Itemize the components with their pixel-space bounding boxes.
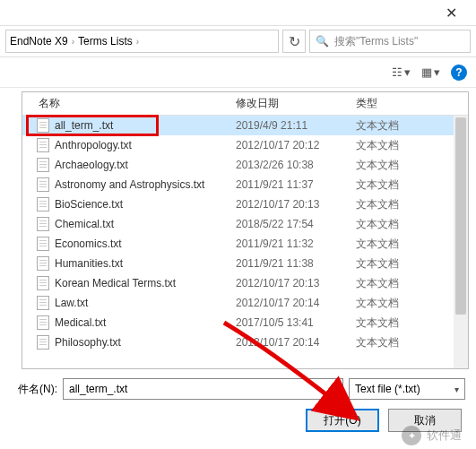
view-list-button[interactable]: ☷ ▾	[392, 65, 411, 79]
search-placeholder: 搜索"Terms Lists"	[334, 34, 418, 49]
file-name: Chemical.txt	[55, 218, 114, 230]
bottom-panel: 件名(N): all_term_.txt ▾ Text file (*.txt)…	[0, 373, 476, 432]
file-name: Anthropology.txt	[55, 139, 132, 151]
file-type: 文本文档	[356, 335, 437, 350]
file-date: 2012/10/17 20:13	[236, 277, 356, 289]
wechat-icon: ✦	[402, 426, 421, 445]
view-tile-button[interactable]: ▦ ▾	[421, 65, 440, 79]
text-file-icon	[37, 138, 49, 152]
file-date: 2018/5/22 17:54	[236, 218, 356, 230]
text-file-icon	[37, 217, 49, 231]
file-name: Economics.txt	[55, 237, 122, 250]
file-name: Law.txt	[55, 297, 88, 309]
chevron-right-icon: ›	[136, 37, 139, 47]
filename-value: all_term_.txt	[69, 383, 127, 395]
help-button[interactable]: ?	[451, 65, 467, 81]
text-file-icon	[37, 237, 49, 251]
file-list-pane: 名称 修改日期 类型 all_term_.txt2019/4/9 21:11文本…	[22, 91, 469, 369]
filter-value: Text file (*.txt)	[355, 383, 420, 395]
file-row[interactable]: Archaeology.txt2013/2/26 10:38文本文档	[22, 155, 468, 175]
watermark: ✦ 软件通	[402, 426, 462, 445]
file-name: Archaeology.txt	[55, 159, 128, 171]
file-date: 2011/9/21 11:38	[236, 257, 356, 270]
col-name[interactable]: 名称	[22, 96, 236, 111]
file-name: Astronomy and Astrophysics.txt	[55, 178, 204, 191]
file-date: 2012/10/17 20:12	[236, 139, 356, 151]
chevron-right-icon: ›	[72, 37, 74, 47]
filename-label: 件名(N):	[11, 382, 57, 397]
text-file-icon	[37, 177, 49, 192]
file-type: 文本文档	[356, 217, 437, 232]
file-type: 文本文档	[356, 177, 437, 193]
nav-row: EndNote X9 › Terms Lists › ↻ 🔍 搜索"Terms …	[0, 25, 476, 57]
column-headers: 名称 修改日期 类型	[22, 92, 468, 116]
file-row[interactable]: all_term_.txt2019/4/9 21:11文本文档	[22, 116, 468, 135]
filetype-filter[interactable]: Text file (*.txt) ▾	[349, 378, 465, 400]
col-date[interactable]: 修改日期	[236, 96, 356, 111]
list-icon: ☷	[392, 65, 402, 79]
text-file-icon	[37, 256, 49, 271]
file-type: 文本文档	[356, 138, 437, 153]
file-date: 2012/10/17 20:13	[236, 198, 356, 211]
file-row[interactable]: Medical.txt2017/10/5 13:41文本文档	[22, 313, 468, 332]
text-file-icon	[37, 197, 49, 212]
file-name: all_term_.txt	[55, 119, 113, 132]
refresh-button[interactable]: ↻	[282, 30, 306, 53]
file-row[interactable]: Astronomy and Astrophysics.txt2011/9/21 …	[22, 175, 468, 194]
file-name: BioScience.txt	[55, 198, 123, 211]
file-date: 2013/2/26 10:38	[236, 159, 356, 171]
file-type: 文本文档	[356, 315, 437, 331]
text-file-icon	[37, 296, 49, 310]
file-name: Humanities.txt	[55, 257, 123, 270]
col-type[interactable]: 类型	[356, 96, 437, 111]
file-row[interactable]: Humanities.txt2011/9/21 11:38文本文档	[22, 254, 468, 273]
file-row[interactable]: Law.txt2012/10/17 20:14文本文档	[22, 293, 468, 313]
chevron-down-icon: ▾	[434, 65, 440, 79]
file-date: 2011/9/21 11:37	[236, 178, 356, 191]
toolbar: ☷ ▾ ▦ ▾ ?	[0, 57, 476, 88]
watermark-text: 软件通	[427, 427, 462, 444]
file-date: 2019/4/9 21:11	[236, 119, 356, 132]
breadcrumb-seg-2[interactable]: Terms Lists	[78, 35, 133, 47]
close-button[interactable]: ✕	[433, 0, 469, 25]
file-type: 文本文档	[356, 276, 437, 291]
file-list: all_term_.txt2019/4/9 21:11文本文档Anthropol…	[22, 116, 468, 352]
file-type: 文本文档	[356, 197, 437, 212]
file-row[interactable]: Economics.txt2011/9/21 11:32文本文档	[22, 234, 468, 254]
search-icon: 🔍	[316, 35, 329, 47]
file-name: Korean Medical Terms.txt	[55, 277, 176, 289]
file-type: 文本文档	[356, 237, 437, 252]
file-type: 文本文档	[356, 296, 437, 311]
file-date: 2012/10/17 20:14	[236, 336, 356, 349]
open-button[interactable]: 打开(O)	[306, 409, 379, 432]
text-file-icon	[37, 276, 49, 290]
text-file-icon	[37, 158, 49, 172]
file-type: 文本文档	[356, 256, 437, 272]
file-row[interactable]: Korean Medical Terms.txt2012/10/17 20:13…	[22, 273, 468, 293]
file-date: 2017/10/5 13:41	[236, 316, 356, 329]
breadcrumb-seg-1[interactable]: EndNote X9	[10, 35, 68, 47]
text-file-icon	[37, 315, 49, 330]
filename-input[interactable]: all_term_.txt ▾	[63, 378, 343, 400]
search-input[interactable]: 🔍 搜索"Terms Lists"	[309, 30, 471, 53]
file-type: 文本文档	[356, 118, 437, 134]
text-file-icon	[37, 118, 49, 133]
file-date: 2011/9/21 11:32	[236, 237, 356, 250]
tile-icon: ▦	[421, 65, 432, 79]
scrollbar-thumb[interactable]	[455, 117, 466, 315]
file-row[interactable]: BioScience.txt2012/10/17 20:13文本文档	[22, 194, 468, 214]
file-name: Medical.txt	[55, 316, 106, 329]
chevron-down-icon[interactable]: ▾	[454, 384, 459, 394]
file-date: 2012/10/17 20:14	[236, 297, 356, 309]
chevron-down-icon[interactable]: ▾	[333, 384, 337, 394]
file-row[interactable]: Anthropology.txt2012/10/17 20:12文本文档	[22, 135, 468, 155]
file-name: Philosophy.txt	[55, 336, 121, 349]
text-file-icon	[37, 335, 49, 350]
file-row[interactable]: Chemical.txt2018/5/22 17:54文本文档	[22, 214, 468, 234]
breadcrumb[interactable]: EndNote X9 › Terms Lists ›	[5, 30, 279, 53]
file-row[interactable]: Philosophy.txt2012/10/17 20:14文本文档	[22, 332, 468, 352]
title-bar: ✕	[0, 0, 476, 25]
chevron-down-icon: ▾	[404, 65, 411, 79]
file-type: 文本文档	[356, 158, 437, 173]
